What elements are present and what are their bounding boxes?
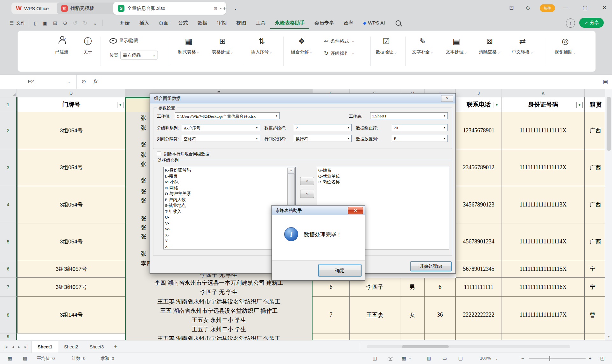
filter-dropdown-icon[interactable]: ▼ bbox=[117, 102, 123, 108]
cell-i[interactable] bbox=[425, 333, 456, 340]
column-option[interactable]: P-户内人数 bbox=[165, 197, 295, 203]
column-header-k[interactable]: K bbox=[502, 89, 585, 97]
file-menu[interactable]: ☰ 文件 bbox=[10, 20, 25, 26]
add-sheet-button[interactable]: + bbox=[114, 343, 117, 350]
header-cell-origin[interactable]: 籍贯 bbox=[585, 97, 605, 112]
group-col-select[interactable]: A-户序号 bbox=[182, 124, 260, 131]
cell-j[interactable]: 23456789012 bbox=[456, 149, 502, 186]
insert-function-button[interactable]: fx bbox=[94, 78, 97, 85]
tab-wps-office[interactable]: W WPS Office bbox=[11, 3, 62, 14]
menu-tab-0[interactable]: 开始 bbox=[115, 17, 134, 29]
selection-mode-icon[interactable]: ▦ bbox=[8, 355, 12, 361]
sheet-tab-sheet3[interactable]: Sheet3 bbox=[84, 341, 109, 353]
scroll-down-icon[interactable]: ▼ bbox=[607, 335, 610, 338]
column-header-j[interactable]: J bbox=[456, 89, 502, 97]
cell-origin[interactable]: 曹 bbox=[585, 297, 605, 333]
zoom-slider-handle[interactable] bbox=[549, 356, 550, 361]
first-sheet-icon[interactable]: |◂ bbox=[4, 345, 7, 349]
column-header-d[interactable]: D bbox=[17, 89, 125, 97]
chinese-convert-button[interactable]: ⇄ 中文转换⌄ bbox=[506, 31, 539, 55]
cell-j[interactable] bbox=[456, 333, 502, 340]
header-cell-phone[interactable]: 联系电话▼ bbox=[456, 97, 502, 112]
cell-f[interactable]: 7 bbox=[313, 297, 350, 333]
row-header[interactable]: 7 bbox=[0, 278, 17, 297]
last-sheet-icon[interactable]: ▸| bbox=[25, 345, 27, 349]
task-pane-icon[interactable]: ▣ bbox=[603, 78, 608, 85]
combine-split-button[interactable]: ❖ 组合分解⌄ bbox=[285, 31, 318, 55]
cell-i[interactable]: 36 bbox=[425, 297, 456, 333]
menu-tab-3[interactable]: 公式 bbox=[173, 17, 193, 29]
dialog-close-button[interactable]: ✕ bbox=[441, 95, 453, 102]
column-header-l[interactable] bbox=[585, 89, 605, 97]
scroll-thumb[interactable] bbox=[402, 345, 449, 348]
name-box[interactable]: E2 ⌄ bbox=[0, 75, 77, 89]
row-header[interactable]: 8 bbox=[0, 297, 17, 333]
horizontal-scrollbar[interactable] bbox=[367, 345, 570, 348]
column-option[interactable]: O-与户主关系 bbox=[165, 191, 295, 197]
tab-template-store[interactable]: 稻 找稻壳模板 bbox=[57, 3, 118, 14]
row-header[interactable]: 1 bbox=[0, 97, 17, 112]
cloud-upload-icon[interactable]: ↑ bbox=[566, 18, 575, 28]
fullscreen-icon[interactable]: ◰ bbox=[600, 355, 605, 361]
app-center-icon[interactable]: ◇ bbox=[526, 4, 530, 11]
cell-k[interactable]: 1111111111111111X bbox=[502, 112, 585, 149]
filter-dropdown-icon[interactable]: ▼ bbox=[494, 102, 500, 108]
about-button[interactable]: ⓘ 关于 bbox=[71, 31, 104, 55]
cell-door-number[interactable]: 3组054号 bbox=[17, 149, 125, 186]
insert-sequence-button[interactable]: ⇅ 插入序号⌄ bbox=[245, 31, 278, 55]
workbook-select[interactable]: C:\Users\Win7-32\Desktop\全量信息台账.xlsx bbox=[175, 112, 280, 119]
page-break-view-icon[interactable]: ▢ bbox=[458, 355, 463, 361]
cell-k[interactable]: 1111111111111117X bbox=[502, 297, 585, 333]
cell-k[interactable]: 1111111111111115X bbox=[502, 260, 585, 278]
cell-h[interactable]: 男 bbox=[400, 278, 425, 297]
selected-column-option[interactable]: G-姓名 bbox=[318, 167, 449, 173]
new-doc-icon[interactable]: ▯ bbox=[34, 20, 37, 26]
move-right-button[interactable]: > bbox=[300, 177, 314, 185]
column-option[interactable]: K-身份证号码 bbox=[165, 167, 295, 173]
cell-door-number[interactable]: 3组054号 bbox=[17, 186, 125, 223]
restore-button[interactable]: ▢ bbox=[582, 4, 587, 11]
menu-tab-2[interactable]: 页面 bbox=[154, 17, 173, 29]
cell-origin[interactable]: 广西 bbox=[585, 112, 605, 149]
selected-column-option[interactable]: R-岗位名称 bbox=[318, 179, 449, 185]
column-option[interactable]: N-网格 bbox=[165, 185, 295, 191]
clear-space-button[interactable]: ⊠ 清除空格⌄ bbox=[473, 31, 506, 55]
selected-column-option[interactable]: Q-就业单位 bbox=[318, 173, 449, 179]
zoom-slider[interactable] bbox=[529, 358, 586, 359]
close-button[interactable]: ✕ bbox=[602, 4, 607, 11]
cell-door-number[interactable]: 3组054号 bbox=[17, 223, 125, 260]
menu-tab-10[interactable]: 效率 bbox=[339, 17, 358, 29]
print-preview-icon[interactable]: ⊙ bbox=[63, 20, 67, 26]
macro-icon[interactable]: ▧ bbox=[23, 355, 27, 361]
cell-h[interactable]: 女 bbox=[400, 297, 425, 333]
merge-windows-icon[interactable]: ⊡ bbox=[509, 4, 514, 11]
row-header[interactable]: 2 bbox=[0, 112, 17, 149]
cell-origin[interactable]: 广西 bbox=[585, 223, 605, 260]
zoom-in-button[interactable]: + bbox=[589, 355, 592, 361]
menu-tab-8[interactable]: 永峰表格助手 bbox=[270, 17, 309, 29]
cell-j[interactable]: 34567890123 bbox=[456, 186, 502, 223]
monitor-icon[interactable]: ⊡ bbox=[214, 6, 217, 11]
column-option[interactable]: M-小队 bbox=[165, 179, 295, 185]
end-row-select[interactable]: 20 bbox=[392, 124, 448, 131]
scroll-up-icon[interactable]: ▲ bbox=[287, 168, 295, 174]
header-cell-door-number[interactable]: 门牌号▼ bbox=[17, 97, 125, 112]
menu-tab-1[interactable]: 插入 bbox=[134, 17, 154, 29]
remove-row-checkbox[interactable] bbox=[157, 151, 161, 155]
menu-tab-6[interactable]: 视图 bbox=[231, 17, 251, 29]
cell-k[interactable]: 1111111111111113X bbox=[502, 186, 585, 223]
conditional-format-button[interactable]: ↩ 条件格式⌄ bbox=[324, 38, 354, 45]
menu-tab-7[interactable]: 工具 bbox=[251, 17, 270, 29]
row-header[interactable]: 5 bbox=[0, 223, 17, 260]
cell-k[interactable] bbox=[502, 333, 585, 340]
prev-sheet-icon[interactable]: ◂ bbox=[12, 345, 14, 349]
cell-origin[interactable]: 宁 bbox=[585, 278, 605, 297]
dialog-title-bar[interactable]: 组合同组数据 ✕ bbox=[150, 94, 455, 103]
table-tools-icon[interactable]: ◫ bbox=[373, 355, 377, 361]
zoom-out-button[interactable]: − bbox=[521, 355, 524, 361]
cell-j[interactable]: 56789012345 bbox=[456, 260, 502, 278]
tab-active-document[interactable]: S 全量信息台账.xlsx ⊡ ● bbox=[113, 2, 226, 15]
cell-origin[interactable]: 广西 bbox=[585, 186, 605, 223]
select-all-corner[interactable]: ◢ bbox=[0, 89, 17, 97]
cell-origin[interactable] bbox=[585, 333, 605, 340]
